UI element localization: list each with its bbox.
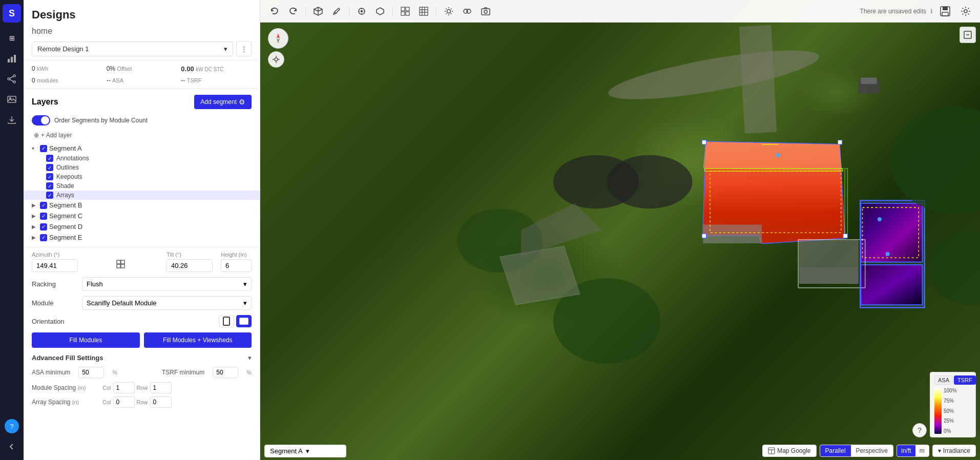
map-area: There are unsaved edits ℹ [260, 0, 980, 460]
polygon-button[interactable] [372, 3, 388, 19]
cube-button[interactable] [310, 3, 326, 19]
collapse-icon[interactable]: ▾ [248, 354, 252, 362]
modules-label: modules [37, 77, 58, 83]
help-button[interactable]: ? [912, 423, 927, 437]
save-button[interactable] [937, 3, 953, 19]
segment-b-row[interactable]: ▶ ✓ Segment B [24, 200, 260, 211]
expand-icon[interactable] [960, 27, 976, 43]
table-button[interactable] [415, 3, 432, 19]
arrays-checkbox[interactable]: ✓ [46, 192, 53, 199]
height-input[interactable] [221, 259, 252, 272]
tilt-input[interactable] [166, 259, 213, 272]
fill-modules-viewsheds-button[interactable]: Fill Modules + Viewsheds [144, 332, 252, 348]
layers-title: Layers [32, 97, 58, 107]
height-label: Height (in) [221, 252, 252, 258]
add-layer-row[interactable]: ⊕ + Add layer [24, 130, 260, 143]
outlines-item[interactable]: ✓ Outlines [24, 163, 260, 172]
sidebar-item-download[interactable] [3, 111, 21, 129]
sidebar-item-share[interactable] [3, 70, 21, 88]
svg-rect-2 [14, 55, 16, 62]
racking-row: Racking Flush ▾ [32, 277, 252, 291]
racking-select[interactable]: Flush ▾ [82, 277, 252, 291]
screenshot-button[interactable] [477, 3, 494, 19]
location-button[interactable] [268, 51, 284, 68]
unit-toggle: in/ft m [896, 445, 929, 457]
svg-rect-48 [942, 12, 948, 16]
svg-point-79 [928, 230, 980, 305]
module-select[interactable]: Scanifly Default Module ▾ [82, 296, 252, 310]
segment-selector[interactable]: Segment A ▾ [264, 445, 346, 457]
expand-button[interactable] [960, 27, 976, 43]
tsrf-min-input[interactable] [213, 367, 238, 378]
sidebar-item-images[interactable] [3, 90, 21, 109]
modules-value: 0 [32, 77, 35, 84]
arrays-item[interactable]: ✓ Arrays [24, 191, 260, 200]
segment-a-checkbox[interactable]: ✓ [40, 145, 47, 152]
unit-m-button[interactable]: m [915, 445, 929, 456]
segment-a-row[interactable]: ▾ ✓ Segment A [24, 143, 260, 154]
measure-button[interactable] [353, 3, 370, 19]
left-panel: Designs home Remote Design 1 ▾ ⋮ 0 kWh 0… [24, 0, 260, 460]
segment-b-checkbox[interactable]: ✓ [40, 202, 47, 209]
sidebar-item-help[interactable]: ? [5, 419, 19, 433]
sidebar: S ⊞ ? [0, 0, 24, 460]
sidebar-item-chart[interactable] [3, 49, 21, 68]
irradiance-button[interactable]: ▾ Irradiance [932, 445, 976, 457]
order-toggle[interactable] [32, 115, 50, 126]
shade-item[interactable]: ✓ Shade [24, 181, 260, 191]
array-row-input[interactable] [150, 396, 172, 408]
sun-button[interactable] [441, 3, 457, 19]
parallel-button[interactable]: Parallel [820, 445, 851, 456]
segment-e-row[interactable]: ▶ ✓ Segment E [24, 232, 260, 243]
info-icon[interactable]: ℹ [930, 8, 933, 15]
legend-tab-asa[interactable]: ASA [934, 375, 953, 385]
annotations-item[interactable]: ✓ Annotations [24, 154, 260, 163]
panel-header: Designs home Remote Design 1 ▾ ⋮ [24, 0, 260, 61]
unit-inft-button[interactable]: in/ft [897, 445, 915, 456]
module-col-input[interactable] [113, 382, 135, 393]
portrait-button[interactable] [219, 315, 234, 327]
design-dropdown[interactable]: Remote Design 1 ▾ [32, 41, 233, 56]
legend-tabs: ASA TSRF [934, 375, 971, 385]
segment-d-checkbox[interactable]: ✓ [40, 223, 47, 231]
sidebar-item-designs[interactable]: ⊞ [3, 29, 21, 47]
sidebar-item-back[interactable] [3, 437, 21, 456]
segment-b-label: Segment B [49, 201, 82, 209]
svg-rect-1 [11, 57, 13, 62]
segment-d-row[interactable]: ▶ ✓ Segment D [24, 221, 260, 232]
azimuth-input[interactable] [32, 259, 78, 272]
kw-value: 0.00 [181, 65, 194, 73]
undo-button[interactable] [266, 3, 283, 19]
legend-tab-tsrf[interactable]: TSRF [954, 375, 976, 385]
fill-modules-button[interactable]: Fill Modules [32, 332, 140, 348]
svg-point-45 [484, 10, 487, 13]
order-toggle-row: Order Segments by Module Count [24, 113, 260, 130]
grid-button[interactable] [397, 3, 413, 19]
array-col-input[interactable] [113, 396, 135, 408]
svg-point-50 [606, 40, 822, 109]
outlines-checkbox[interactable]: ✓ [46, 164, 53, 171]
settings-button[interactable] [957, 3, 974, 19]
landscape-button[interactable] [236, 315, 252, 327]
shade-checkbox[interactable]: ✓ [46, 182, 53, 190]
map-provider-button[interactable]: Map Google [762, 445, 816, 457]
segment-e-checkbox[interactable]: ✓ [40, 234, 47, 241]
design-options-button[interactable]: ⋮ [236, 41, 252, 56]
redo-button[interactable] [285, 3, 301, 19]
perspective-button[interactable]: Perspective [851, 445, 893, 456]
svg-marker-22 [377, 8, 384, 15]
asa-min-input[interactable] [78, 367, 104, 378]
svg-line-40 [446, 13, 447, 14]
segment-c-checkbox[interactable]: ✓ [40, 213, 47, 220]
scale-button[interactable] [459, 3, 475, 19]
annotations-checkbox[interactable]: ✓ [46, 155, 53, 162]
keepouts-checkbox[interactable]: ✓ [46, 173, 53, 180]
draw-button[interactable] [328, 3, 345, 19]
add-segment-button[interactable]: Add segment ⚙ [194, 95, 252, 109]
array-spacing-inputs: Col Row [102, 396, 172, 408]
svg-point-3 [13, 75, 15, 77]
segment-c-row[interactable]: ▶ ✓ Segment C [24, 211, 260, 221]
kwh-label: kWh [37, 66, 48, 72]
keepouts-item[interactable]: ✓ Keepouts [24, 172, 260, 181]
module-row-input[interactable] [150, 382, 172, 393]
